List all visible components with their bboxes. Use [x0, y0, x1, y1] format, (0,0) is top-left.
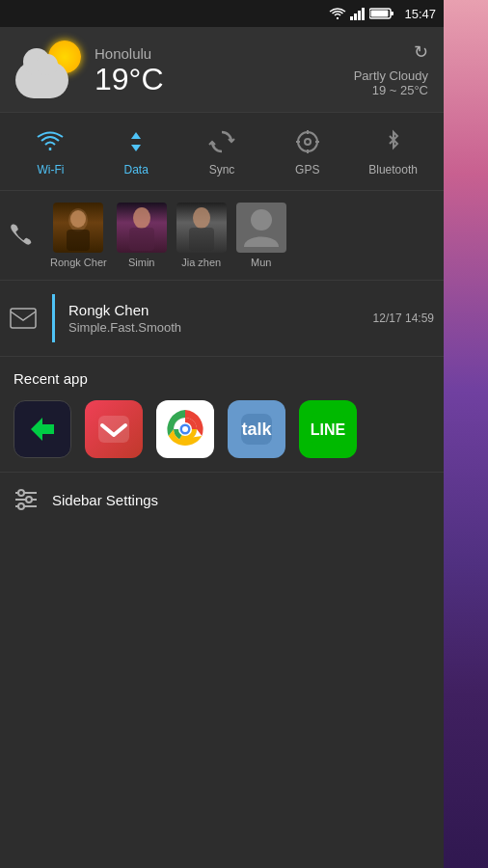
- status-bar: 15:47: [0, 0, 444, 27]
- svg-point-20: [251, 209, 272, 231]
- message-section[interactable]: Rongk Chen Simple.Fast.Smooth 12/17 14:5…: [0, 281, 444, 357]
- battery-status-icon: [369, 7, 394, 20]
- contact-avatar-rongk: [53, 203, 103, 253]
- sidebar-settings[interactable]: Sidebar Settings: [0, 473, 444, 527]
- app-icon-line[interactable]: LINE: [299, 400, 357, 458]
- svg-rect-23: [98, 416, 129, 443]
- recent-apps-title: Recent app: [14, 370, 430, 387]
- sidebar-settings-label: Sidebar Settings: [52, 492, 158, 508]
- svg-rect-0: [350, 16, 353, 20]
- svg-rect-17: [129, 228, 154, 251]
- message-sender: Rongk Chen: [68, 302, 360, 318]
- weather-condition: Partly Cloudy: [354, 68, 428, 83]
- app-icon-arrow[interactable]: [14, 400, 71, 458]
- svg-rect-1: [354, 14, 357, 20]
- svg-point-15: [70, 210, 86, 228]
- weather-right: ↻ Partly Cloudy 19 ~ 25°C: [354, 41, 428, 97]
- weather-info: Honolulu 19°C: [95, 45, 344, 95]
- svg-point-7: [298, 132, 317, 151]
- status-icons: [329, 7, 394, 20]
- quick-toggles: Wi-Fi Data Sync: [0, 113, 444, 191]
- contact-name-mun: Mun: [251, 257, 271, 268]
- svg-point-37: [26, 497, 32, 502]
- signal-status-icon: [350, 7, 366, 20]
- weather-section: Honolulu 19°C ↻ Partly Cloudy 19 ~ 25°C: [0, 27, 444, 113]
- contact-item[interactable]: Simin: [117, 203, 167, 268]
- svg-rect-2: [358, 11, 361, 20]
- default-avatar-icon: [236, 203, 286, 253]
- temperature: 19°C: [95, 64, 344, 95]
- sync-toggle-icon: [206, 126, 237, 157]
- svg-rect-14: [67, 230, 90, 251]
- cloud-icon: [15, 62, 68, 98]
- weather-icon: [15, 41, 83, 98]
- message-timestamp: 12/17 14:59: [373, 312, 434, 325]
- bluetooth-toggle-label: Bluetooth: [368, 163, 418, 176]
- phone-icon: [10, 222, 39, 249]
- message-divider: [52, 294, 55, 342]
- recent-apps-section: Recent app: [0, 357, 444, 473]
- svg-point-8: [305, 139, 311, 145]
- svg-rect-21: [11, 309, 36, 328]
- svg-rect-3: [362, 8, 365, 20]
- contacts-section: Rongk Cher Simin: [0, 191, 444, 281]
- message-content: Rongk Chen Simple.Fast.Smooth: [68, 302, 360, 335]
- svg-point-28: [182, 426, 188, 432]
- svg-rect-19: [189, 228, 214, 251]
- svg-text:talk: talk: [241, 420, 272, 439]
- settings-sliders-icon: [14, 488, 39, 511]
- gps-toggle-icon: [292, 126, 323, 157]
- sync-toggle-label: Sync: [209, 163, 235, 176]
- contact-name-simin: Simin: [128, 257, 155, 268]
- svg-point-36: [18, 490, 24, 496]
- bluetooth-toggle[interactable]: Bluetooth: [360, 126, 427, 176]
- contact-avatar-jiazhen: [176, 203, 227, 253]
- contact-name-rongk: Rongk Cher: [50, 257, 107, 268]
- svg-rect-5: [391, 12, 393, 15]
- wifi-toggle-icon: [35, 126, 66, 157]
- svg-text:LINE: LINE: [311, 421, 346, 438]
- message-text: Simple.Fast.Smooth: [68, 320, 360, 335]
- gps-toggle-label: GPS: [295, 163, 319, 176]
- svg-point-38: [18, 503, 24, 509]
- sync-toggle[interactable]: Sync: [188, 126, 256, 176]
- app-icon-pocket[interactable]: [85, 400, 143, 458]
- gps-toggle[interactable]: GPS: [274, 126, 341, 176]
- app-icon-kakaotalk[interactable]: talk: [228, 400, 285, 458]
- contact-item[interactable]: Mun: [236, 203, 286, 268]
- svg-rect-6: [371, 11, 389, 17]
- contact-item[interactable]: Jia zhen: [176, 203, 227, 268]
- main-panel: 15:47 Honolulu 19°C ↻ Partly Cloudy 19 ~…: [0, 0, 444, 868]
- data-toggle-label: Data: [124, 163, 149, 176]
- contact-item[interactable]: Rongk Cher: [50, 203, 107, 268]
- svg-marker-22: [31, 418, 54, 441]
- wifi-status-icon: [329, 7, 346, 20]
- temp-range: 19 ~ 25°C: [354, 83, 428, 97]
- contacts-list: Rongk Cher Simin: [50, 203, 434, 268]
- wifi-toggle-label: Wi-Fi: [37, 163, 64, 176]
- email-icon: [10, 308, 39, 329]
- contact-avatar-mun: [236, 203, 286, 253]
- refresh-button[interactable]: ↻: [354, 41, 428, 63]
- bluetooth-toggle-icon: [378, 126, 409, 157]
- wifi-toggle[interactable]: Wi-Fi: [16, 126, 84, 176]
- data-toggle-icon: [121, 126, 151, 157]
- svg-point-18: [193, 207, 210, 229]
- apps-list: talk LINE: [14, 400, 430, 458]
- status-time: 15:47: [404, 7, 436, 21]
- app-icon-chrome[interactable]: [156, 400, 214, 458]
- contact-avatar-simin: [117, 203, 167, 253]
- city-name: Honolulu: [95, 45, 344, 62]
- svg-point-16: [133, 207, 150, 229]
- data-toggle[interactable]: Data: [102, 126, 170, 176]
- contact-name-jiazhen: Jia zhen: [181, 257, 221, 268]
